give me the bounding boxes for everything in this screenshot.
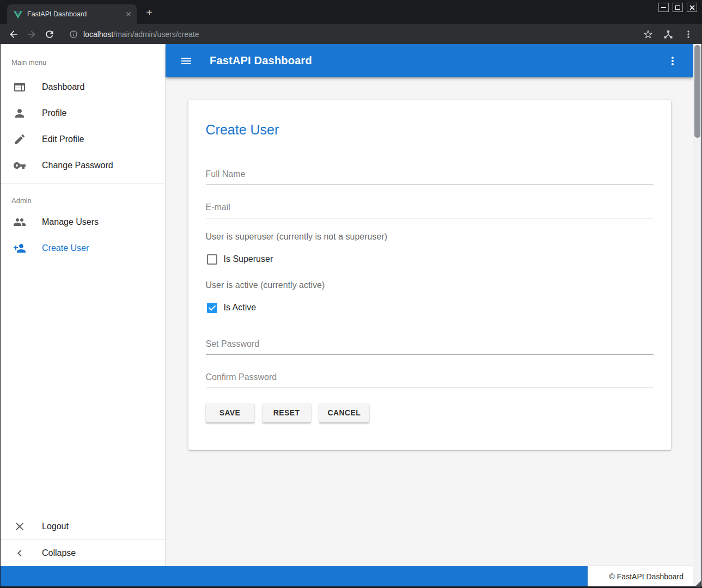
sidebar-item-label: Profile [42, 108, 66, 118]
window-controls [658, 3, 697, 12]
key-icon [13, 159, 26, 172]
window-minimize-button[interactable] [658, 3, 669, 12]
sidebar-item-change-password[interactable]: Change Password [1, 152, 165, 179]
full-name-field [206, 169, 654, 185]
url-path: /main/admin/users/create [113, 30, 199, 39]
forward-icon[interactable] [26, 29, 37, 40]
browser-window: FastAPI Dashboard + localhost/main/admin… [0, 0, 702, 588]
sidebar-item-label: Edit Profile [42, 134, 84, 144]
pencil-icon [13, 133, 26, 146]
sidebar-item-manage-users[interactable]: Manage Users [1, 209, 165, 235]
active-checkbox-label: Is Active [224, 303, 257, 313]
address-bar-actions [643, 29, 694, 40]
active-checkbox-row: Is Active [207, 301, 654, 314]
sidebar-item-label: Dashboard [42, 82, 84, 92]
app-bar-title: FastAPI Dashboard [210, 54, 312, 67]
person-add-icon [13, 242, 26, 255]
save-button[interactable]: SAVE [206, 403, 254, 422]
scrollbar-thumb[interactable] [694, 45, 700, 138]
superuser-note: User is superuser (currently is not a su… [206, 232, 654, 242]
new-tab-button[interactable]: + [142, 5, 156, 20]
url-field[interactable]: localhost/main/admin/users/create [83, 30, 199, 39]
minimize-icon [661, 7, 666, 8]
chevron-left-icon [13, 547, 26, 560]
sidebar-item-label: Collapse [42, 548, 76, 558]
tab-title: FastAPI Dashboard [27, 10, 124, 18]
full-name-input[interactable] [206, 169, 654, 185]
sidebar-item-edit-profile[interactable]: Edit Profile [1, 126, 165, 152]
browser-tab-bar: FastAPI Dashboard + [0, 0, 702, 24]
dashboard-icon [13, 81, 26, 94]
page-title: Create User [206, 122, 654, 138]
superuser-checkbox-label: Is Superuser [224, 254, 273, 264]
set-password-field [206, 339, 654, 355]
sidebar-item-profile[interactable]: Profile [1, 100, 165, 126]
sidebar-bottom: Logout Collapse [1, 513, 165, 566]
maximize-icon [675, 5, 680, 10]
main-content: Create User User is superuser (currently… [166, 77, 693, 566]
email-field [206, 203, 654, 218]
sidebar-header-admin: Admin [1, 188, 165, 209]
sidebar-item-label: Logout [42, 522, 69, 531]
sidebar: Main menu Dashboard Profile Edit Profile… [1, 44, 166, 566]
logout-x-icon [13, 520, 26, 533]
sidebar-item-collapse[interactable]: Collapse [1, 540, 165, 566]
back-icon[interactable] [8, 29, 19, 40]
create-user-card: Create User User is superuser (currently… [188, 100, 671, 450]
browser-tab[interactable]: FastAPI Dashboard [7, 4, 137, 24]
url-host: localhost [83, 30, 113, 39]
person-icon [13, 107, 26, 120]
active-note: User is active (currently active) [206, 280, 654, 290]
people-icon [13, 216, 26, 229]
tab-close-icon[interactable] [124, 9, 133, 19]
hamburger-menu-icon[interactable] [180, 54, 193, 68]
vue-logo-icon [14, 10, 22, 19]
sidebar-item-label: Change Password [42, 161, 113, 170]
scrollbar-corner-arrow [696, 581, 701, 586]
email-input[interactable] [206, 203, 654, 218]
browser-address-bar: localhost/main/admin/users/create [0, 24, 702, 44]
reload-icon[interactable] [44, 29, 55, 40]
cancel-button[interactable]: CANCEL [319, 403, 370, 422]
app-bar-kebab-icon[interactable] [666, 54, 679, 68]
sidebar-item-create-user[interactable]: Create User [1, 235, 165, 261]
form-actions: SAVE RESET CANCEL [206, 403, 654, 422]
bookmark-star-icon[interactable] [643, 29, 654, 40]
set-password-input[interactable] [206, 339, 654, 354]
superuser-checkbox-row: Is Superuser [207, 253, 654, 266]
page-scrollbar[interactable] [693, 44, 701, 586]
window-close-button[interactable] [687, 3, 697, 12]
sidebar-item-dashboard[interactable]: Dashboard [1, 74, 165, 100]
confirm-password-field [206, 372, 654, 388]
network-hub-icon[interactable] [663, 29, 674, 40]
footer: © FastAPI Dashboard [1, 566, 693, 586]
active-checkbox[interactable] [207, 303, 217, 313]
sidebar-item-label: Manage Users [42, 217, 99, 227]
sidebar-item-logout[interactable]: Logout [1, 513, 165, 540]
site-info-icon[interactable] [69, 30, 78, 39]
window-maximize-button[interactable] [673, 3, 683, 12]
confirm-password-input[interactable] [206, 372, 654, 388]
sidebar-item-label: Create User [42, 243, 89, 253]
sidebar-divider [1, 183, 165, 183]
browser-menu-kebab-icon[interactable] [683, 29, 694, 40]
reset-button[interactable]: RESET [263, 403, 311, 422]
footer-copyright: © FastAPI Dashboard [588, 566, 693, 586]
sidebar-header-main-menu: Main menu [1, 44, 165, 74]
app-bar: FastAPI Dashboard [166, 44, 693, 77]
superuser-checkbox[interactable] [207, 254, 217, 265]
